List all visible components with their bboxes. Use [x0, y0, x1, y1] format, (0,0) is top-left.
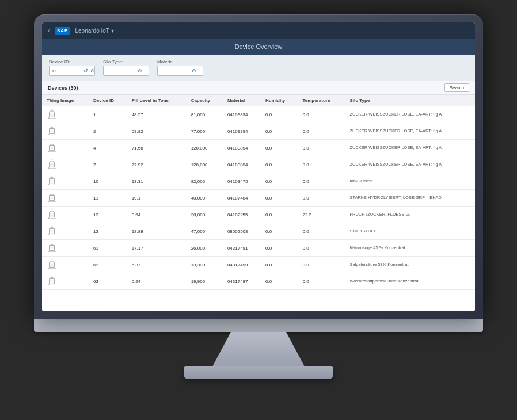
cell-thing-image: [42, 156, 89, 173]
cell-material: 04317491: [223, 240, 261, 257]
cell-capacity: 120,000: [187, 140, 223, 156]
cell-silo-type: Wasserstoffperoxid 30% Konzentrat: [345, 273, 475, 290]
table-row[interactable]: 777.92120,000041098940.00.0ZUCKER WEISSZ…: [42, 156, 475, 173]
cell-silo-type: Salpetersäure 53% Konzentrat: [345, 257, 475, 273]
filter-silo-type-input[interactable]: [107, 68, 135, 74]
filter-device-id-input[interactable]: [52, 68, 81, 74]
cell-thing-image: [42, 173, 89, 190]
table-row[interactable]: 148.5781,000041098940.00.0ZUCKER WEISSZU…: [42, 106, 475, 123]
app-nav-label: Leonardo IoT ▾: [75, 28, 114, 34]
cell-device-id: 7: [89, 156, 127, 173]
cell-device-id: 2: [89, 123, 127, 140]
col-thing-image: Thing Image: [42, 95, 89, 106]
filter-bar: Device ID: ↺ ⊙ Silo Type: ⊙ Material:: [42, 55, 475, 81]
cell-thing-image: [42, 223, 89, 240]
cell-temperature: 0.0: [298, 106, 345, 123]
filter-silo-type: Silo Type: ⊙: [103, 59, 149, 76]
col-fill-level: Fill Level in Tons: [127, 95, 187, 106]
cell-fill-level: 0.24: [127, 273, 187, 290]
filter-silo-type-input-wrap[interactable]: ⊙: [103, 66, 149, 76]
sap-logo: SAP: [55, 27, 70, 35]
cell-fill-level: 71.56: [127, 140, 187, 156]
table-row[interactable]: 626.3713,300043174990.00.0Salpetersäure …: [42, 257, 475, 273]
screen: ‹ SAP Leonardo IoT ▾ Device Overview Dev…: [42, 22, 475, 311]
cell-humidity: 0.0: [261, 257, 298, 273]
cell-thing-image: [42, 257, 89, 273]
cell-material: 04109894: [223, 140, 261, 156]
cell-material: 08002508: [223, 223, 261, 240]
cell-silo-type: STICKSTOFF: [345, 223, 475, 240]
filter-device-id-refresh-icon[interactable]: ↺: [83, 68, 88, 74]
table-row[interactable]: 471.56120,000041098940.00.0ZUCKER WEISSZ…: [42, 140, 475, 156]
table-row[interactable]: 1119.140,000041074840.00.0STARKE HYDROLY…: [42, 190, 475, 207]
cell-device-id: 13: [89, 223, 127, 240]
silo-icon: [47, 143, 57, 152]
silo-icon: [47, 159, 57, 169]
cell-silo-type: ZUCKER WEISSZUCKER LOSE, EA-ART: f g A: [345, 123, 475, 140]
filter-material-input[interactable]: [161, 68, 189, 74]
cell-fill-level: 17.17: [127, 240, 187, 257]
cell-silo-type: ZUCKER WEISSZUCKER LOSE, EA-ART: f g A: [345, 156, 475, 173]
silo-icon: [47, 109, 57, 119]
filter-device-id-search-icon[interactable]: ⊙: [90, 68, 95, 74]
cell-humidity: 0.0: [261, 223, 298, 240]
cell-device-id: 12: [89, 207, 127, 223]
cell-capacity: 47,000: [187, 223, 223, 240]
cell-thing-image: [42, 123, 89, 140]
cell-device-id: 62: [89, 257, 127, 273]
filter-device-id-label: Device ID:: [49, 59, 95, 64]
cell-thing-image: [42, 273, 89, 290]
filter-material-input-wrap[interactable]: ⊙: [157, 66, 203, 76]
cell-humidity: 0.0: [261, 123, 298, 140]
cell-thing-image: [42, 140, 89, 156]
cell-silo-type: ZUCKER WEISSZUCKER LOSE, EA-ART: f g A: [345, 140, 475, 156]
cell-capacity: 81,000: [187, 106, 223, 123]
silo-icon: [47, 209, 57, 219]
silo-icon: [47, 259, 57, 269]
cell-humidity: 0.0: [261, 106, 298, 123]
cell-thing-image: [42, 106, 89, 123]
table-row[interactable]: 6117.1726,000043174910.00.0Natronsuge 45…: [42, 240, 475, 257]
cell-fill-level: 19.1: [127, 190, 187, 207]
filter-material-search-icon[interactable]: ⊙: [192, 68, 196, 74]
cell-device-id: 1: [89, 106, 127, 123]
col-humidity: Humidity: [261, 95, 298, 106]
col-capacity: Capacity: [187, 95, 223, 106]
cell-fill-level: 18.88: [127, 223, 187, 240]
table-row[interactable]: 1318.8847,000080025080.00.0STICKSTOFF: [42, 223, 475, 240]
cell-fill-level: 77.92: [127, 156, 187, 173]
cell-capacity: 38,000: [187, 207, 223, 223]
cell-silo-type: Natronsuge 45 % Konzentrat: [345, 240, 475, 257]
cell-material: 04109894: [223, 106, 261, 123]
cell-capacity: 82,000: [187, 173, 223, 190]
cell-thing-image: [42, 240, 89, 257]
cell-capacity: 26,000: [187, 240, 223, 257]
cell-temperature: 0.0: [298, 123, 345, 140]
col-device-id: Device ID: [89, 95, 127, 106]
cell-silo-type: ZUCKER WEISSZUCKER LOSE, EA-ART: f g A: [345, 106, 475, 123]
cell-device-id: 61: [89, 240, 127, 257]
search-button[interactable]: Search: [444, 83, 469, 92]
table-row[interactable]: 630.2419,900043174870.00.0Wasserstoffper…: [42, 273, 475, 290]
silo-icon: [47, 276, 57, 285]
filter-device-id-input-wrap[interactable]: ↺ ⊙: [49, 66, 95, 76]
back-button[interactable]: ‹: [48, 26, 50, 35]
cell-silo-type: STARKE HYDROLYSIERT, LOSE GRF – EHAD: [345, 190, 475, 207]
cell-material: 04317499: [223, 257, 261, 273]
table-row[interactable]: 123.5438,000041022550.022.2FRUCHTZUCKER,…: [42, 207, 475, 223]
table-container[interactable]: Thing Image Device ID Fill Level in Tons…: [42, 95, 475, 311]
table-row[interactable]: 259.8277,000041098940.00.0ZUCKER WEISSZU…: [42, 123, 475, 140]
silo-icon: [47, 226, 57, 235]
cell-temperature: 22.2: [298, 207, 345, 223]
cell-temperature: 0.0: [298, 190, 345, 207]
cell-thing-image: [42, 190, 89, 207]
cell-temperature: 0.0: [298, 240, 345, 257]
cell-temperature: 0.0: [298, 257, 345, 273]
cell-capacity: 40,000: [187, 190, 223, 207]
col-silo-type: Silo Type: [345, 95, 475, 106]
table-toolbar: Devices (30) Search: [42, 81, 475, 95]
table-row[interactable]: 1013.3182,000041034750.00.0Ion-Glucose: [42, 173, 475, 190]
cell-capacity: 77,000: [187, 123, 223, 140]
monitor-stand-top: [212, 332, 305, 366]
filter-silo-type-search-icon[interactable]: ⊙: [138, 68, 142, 74]
